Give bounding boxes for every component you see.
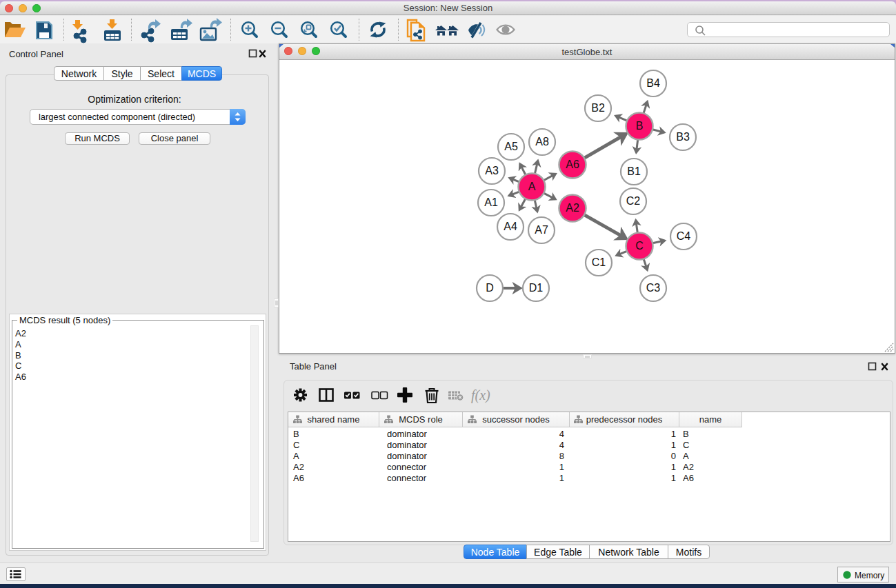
svg-text:A7: A7 <box>535 224 548 236</box>
svg-text:B3: B3 <box>676 131 690 143</box>
svg-text:A2: A2 <box>566 202 579 214</box>
svg-text:C4: C4 <box>677 230 691 242</box>
svg-text:C1: C1 <box>592 256 606 268</box>
svg-text:C2: C2 <box>626 195 641 207</box>
svg-text:C3: C3 <box>646 282 661 294</box>
svg-text:A3: A3 <box>485 165 499 176</box>
svg-text:B4: B4 <box>646 77 660 89</box>
svg-text:A1: A1 <box>484 196 498 208</box>
svg-text:A4: A4 <box>504 221 517 232</box>
svg-text:A: A <box>528 181 536 192</box>
svg-text:A8: A8 <box>535 136 549 148</box>
svg-text:D: D <box>486 282 494 294</box>
svg-text:B: B <box>636 120 644 132</box>
svg-text:C: C <box>635 240 644 252</box>
svg-text:f(x): f(x) <box>471 387 490 403</box>
svg-text:A5: A5 <box>504 141 518 152</box>
svg-text:B2: B2 <box>591 102 605 114</box>
svg-text:A6: A6 <box>566 159 579 170</box>
svg-text:B1: B1 <box>627 165 641 177</box>
svg-text:D1: D1 <box>529 282 544 294</box>
